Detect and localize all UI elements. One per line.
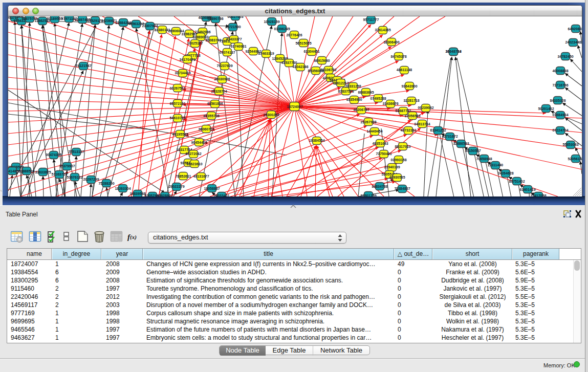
svg-text:52890786: 52890786 [207, 17, 223, 20]
svg-text:00474395: 00474395 [46, 153, 61, 157]
svg-text:61341252: 61341252 [430, 128, 446, 132]
svg-text:31436676: 31436676 [382, 102, 398, 105]
svg-text:61740931: 61740931 [230, 45, 246, 48]
svg-text:33734419: 33734419 [175, 71, 190, 75]
svg-text:78852611: 78852611 [176, 174, 191, 178]
svg-text:42731672: 42731672 [442, 135, 458, 138]
svg-text:66617603: 66617603 [227, 16, 243, 18]
svg-text:43195545: 43195545 [172, 133, 188, 136]
svg-text:84745378: 84745378 [390, 55, 406, 58]
svg-text:33633875: 33633875 [35, 170, 51, 174]
svg-text:10928159: 10928159 [264, 20, 279, 24]
svg-text:00267511: 00267511 [170, 86, 186, 90]
svg-text:87801759: 87801759 [360, 194, 376, 196]
svg-text:24023448: 24023448 [565, 40, 581, 44]
svg-text:73716786: 73716786 [552, 83, 568, 87]
svg-text:55150587: 55150587 [465, 149, 481, 152]
svg-text:84335326: 84335326 [550, 99, 565, 102]
svg-text:95711777: 95711777 [363, 18, 379, 21]
svg-text:83623610: 83623610 [186, 162, 202, 166]
svg-text:13721590: 13721590 [225, 25, 241, 29]
svg-text:34782450: 34782450 [557, 55, 573, 58]
svg-text:27940199: 27940199 [384, 165, 400, 169]
svg-text:26030926: 26030926 [214, 77, 230, 81]
svg-text:40930565: 40930565 [389, 176, 405, 179]
svg-text:07074137: 07074137 [219, 51, 235, 54]
svg-text:00239042: 00239042 [418, 106, 433, 110]
svg-text:79237609: 79237609 [216, 64, 232, 68]
svg-text:41537760: 41537760 [281, 61, 297, 64]
svg-text:37614365: 37614365 [375, 28, 390, 32]
svg-text:15354930: 15354930 [346, 98, 362, 101]
svg-text:70658948: 70658948 [476, 157, 492, 161]
svg-text:64920831: 64920831 [568, 27, 582, 31]
svg-text:83106792: 83106792 [320, 68, 336, 72]
svg-text:75288200: 75288200 [98, 182, 114, 185]
svg-text:23307924: 23307924 [142, 24, 158, 28]
svg-text:49351643: 49351643 [372, 142, 388, 145]
svg-text:23267938: 23267938 [360, 120, 376, 124]
svg-text:41561836: 41561836 [207, 102, 223, 105]
svg-text:87355706: 87355706 [203, 114, 219, 118]
svg-text:67272042: 67272042 [185, 152, 201, 156]
svg-text:75513137: 75513137 [68, 150, 84, 154]
svg-text:40008838: 40008838 [552, 69, 568, 73]
svg-text:20776426: 20776426 [286, 33, 302, 37]
svg-text:52056174: 52056174 [568, 157, 582, 161]
svg-text:18263304: 18263304 [115, 187, 130, 190]
svg-text:11311440: 11311440 [488, 163, 503, 167]
svg-text:16648754: 16648754 [445, 50, 461, 53]
svg-text:20297299: 20297299 [83, 178, 99, 181]
svg-text:14449454: 14449454 [366, 129, 382, 133]
svg-text:66915640: 66915640 [314, 59, 330, 62]
svg-text:61304451: 61304451 [303, 50, 319, 53]
svg-text:07224704: 07224704 [552, 128, 568, 132]
svg-text:(x): (x) [130, 234, 137, 240]
svg-text:24264628: 24264628 [497, 171, 513, 175]
svg-text:01396245: 01396245 [274, 27, 290, 31]
svg-text:29022279: 29022279 [168, 185, 184, 188]
svg-text:07495288: 07495288 [370, 97, 386, 100]
svg-text:25300265: 25300265 [263, 113, 279, 117]
svg-text:01684934: 01684934 [552, 113, 568, 117]
svg-text:51163726: 51163726 [52, 172, 68, 176]
svg-text:89751402: 89751402 [509, 180, 525, 183]
svg-text:41042346: 41042346 [292, 65, 308, 69]
svg-text:60189555: 60189555 [47, 17, 62, 20]
svg-text:54610735: 54610735 [169, 116, 185, 120]
svg-text:34839548: 34839548 [129, 192, 145, 195]
svg-text:74121547: 74121547 [75, 64, 91, 68]
svg-text:31417058: 31417058 [530, 194, 546, 196]
svg-text:78384837: 78384837 [394, 187, 410, 190]
svg-text:48611148: 48611148 [397, 68, 412, 72]
svg-text:56515055: 56515055 [295, 41, 311, 45]
svg-text:87463319: 87463319 [258, 52, 274, 55]
svg-text:10025167: 10025167 [187, 41, 203, 45]
svg-text:18058887: 18058887 [204, 187, 220, 190]
svg-text:82828807: 82828807 [157, 194, 172, 196]
svg-text:38306400: 38306400 [383, 40, 399, 44]
svg-text:34170471: 34170471 [179, 58, 195, 61]
svg-text:37056563: 37056563 [404, 114, 420, 118]
svg-text:51676122: 51676122 [67, 176, 82, 179]
svg-text:18033401: 18033401 [213, 194, 229, 196]
svg-text:53888539: 53888539 [18, 169, 34, 173]
svg-text:04813734: 04813734 [414, 122, 430, 126]
svg-text:61401419: 61401419 [519, 188, 535, 191]
svg-text:50201462: 50201462 [538, 107, 554, 111]
svg-text:49131677: 49131677 [193, 174, 209, 178]
svg-text:28331258: 28331258 [345, 84, 361, 88]
svg-text:73750431: 73750431 [376, 152, 391, 156]
svg-text:93643900: 93643900 [401, 84, 417, 88]
svg-text:34236671: 34236671 [101, 19, 117, 23]
svg-text:40206797: 40206797 [353, 108, 369, 112]
svg-text:65572101: 65572101 [169, 102, 185, 105]
svg-text:90454409: 90454409 [191, 141, 207, 144]
svg-text:43732332: 43732332 [400, 128, 416, 132]
svg-text:18724007: 18724007 [287, 105, 302, 108]
svg-text:03993158: 03993158 [390, 158, 406, 162]
svg-text:32686563: 32686563 [453, 142, 469, 145]
svg-text:66683645: 66683645 [358, 91, 374, 94]
svg-text:36060710: 36060710 [198, 127, 214, 131]
svg-text:25328704: 25328704 [211, 90, 227, 93]
